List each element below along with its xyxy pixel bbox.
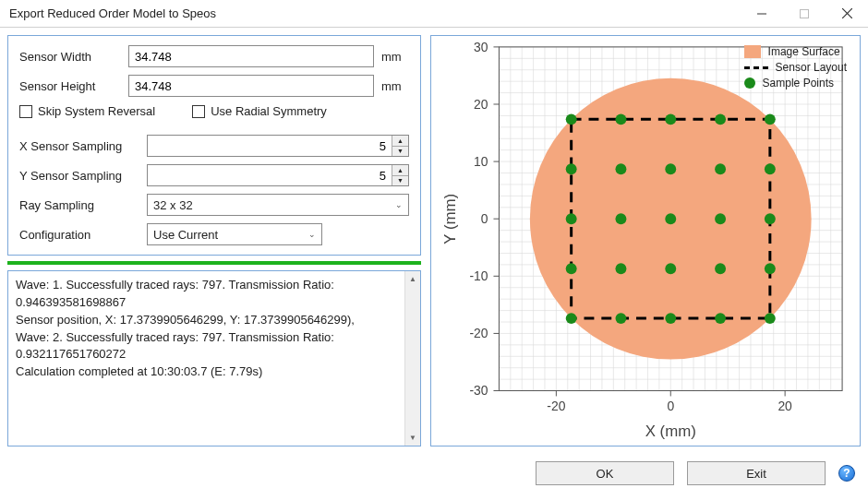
legend-swatch-sensor-layout [744, 66, 768, 69]
y-sampling-spinner[interactable]: ▲ ▼ [147, 164, 409, 186]
chart-panel: -20020-30-20-100102030X (mm)Y (mm) Image… [430, 35, 861, 446]
svg-point-85 [715, 263, 726, 274]
svg-point-81 [665, 213, 676, 224]
log-panel: Wave: 1. Successfully traced rays: 797. … [7, 270, 421, 446]
svg-point-84 [715, 313, 726, 324]
minimize-button[interactable] [741, 0, 783, 28]
form-panel: Sensor Width mm Sensor Height mm Skip Sy… [7, 35, 421, 256]
use-radial-symmetry-checkbox[interactable]: Use Radial Symmetry [192, 104, 327, 118]
svg-point-83 [665, 113, 676, 125]
log-scrollbar[interactable]: ▲ ▼ [404, 271, 420, 446]
close-button[interactable] [826, 0, 868, 28]
use-radial-symmetry-label: Use Radial Symmetry [211, 104, 327, 118]
scroll-up-icon[interactable]: ▲ [405, 271, 420, 287]
ok-button-label: OK [597, 467, 614, 481]
svg-point-77 [615, 163, 626, 174]
skip-reversal-checkbox[interactable]: Skip System Reversal [19, 104, 155, 118]
scroll-down-icon[interactable]: ▼ [405, 430, 420, 446]
ray-sampling-value: 32 x 32 [153, 198, 395, 212]
y-sampling-label: Y Sensor Sampling [19, 169, 139, 183]
svg-point-92 [765, 163, 776, 174]
svg-point-71 [566, 213, 577, 224]
spinner-down-icon[interactable]: ▼ [392, 147, 408, 157]
sensor-height-unit: mm [381, 79, 409, 93]
legend-image-surface: Image Surface [744, 45, 847, 58]
maximize-button [783, 0, 826, 28]
x-sampling-spinner[interactable]: ▲ ▼ [147, 135, 409, 157]
chevron-down-icon: ⌄ [395, 200, 403, 209]
bottom-bar: OK Exit ? [0, 454, 868, 493]
svg-point-89 [765, 313, 776, 324]
chevron-down-icon: ⌄ [308, 230, 316, 239]
svg-point-79 [665, 313, 676, 324]
exit-button[interactable]: Exit [687, 461, 826, 485]
y-sampling-input[interactable] [148, 165, 392, 185]
configuration-label: Configuration [19, 228, 139, 242]
left-column: Sensor Width mm Sensor Height mm Skip Sy… [7, 35, 421, 446]
help-icon[interactable]: ? [838, 465, 855, 482]
spinner-up-icon[interactable]: ▲ [392, 165, 408, 176]
legend-label-sensor-layout: Sensor Layout [776, 61, 847, 74]
svg-point-80 [665, 263, 676, 274]
titlebar: Export Reduced Order Model to Speos [0, 0, 868, 28]
svg-point-70 [566, 263, 577, 274]
window-title: Export Reduced Order Model to Speos [9, 6, 741, 20]
legend-label-image-surface: Image Surface [768, 45, 840, 58]
legend-swatch-image-surface [744, 45, 761, 58]
svg-text:-20: -20 [547, 399, 565, 413]
svg-text:-10: -10 [470, 268, 488, 283]
svg-text:Y (mm): Y (mm) [441, 194, 459, 244]
spinner-up-icon[interactable]: ▲ [392, 136, 408, 147]
legend-sample-points: Sample Points [744, 77, 847, 89]
legend-sensor-layout: Sensor Layout [744, 61, 847, 74]
svg-rect-1 [801, 9, 809, 18]
svg-point-82 [665, 163, 676, 174]
configuration-value: Use Current [153, 228, 308, 242]
sensor-width-label: Sensor Width [19, 50, 121, 64]
svg-point-76 [615, 213, 626, 224]
svg-text:X (mm): X (mm) [645, 423, 696, 440]
progress-bar [7, 261, 421, 265]
ray-sampling-label: Ray Sampling [19, 198, 139, 212]
sensor-width-unit: mm [381, 50, 409, 64]
svg-point-74 [615, 313, 626, 324]
exit-button-label: Exit [746, 467, 766, 481]
svg-text:0: 0 [667, 399, 674, 413]
sensor-height-input[interactable] [128, 75, 374, 97]
svg-point-75 [615, 263, 626, 274]
svg-point-86 [715, 213, 726, 224]
ok-button[interactable]: OK [536, 461, 674, 485]
svg-point-90 [765, 263, 776, 274]
svg-text:20: 20 [778, 399, 792, 413]
scroll-track[interactable] [405, 287, 420, 430]
svg-point-73 [566, 113, 577, 125]
checkbox-icon [192, 105, 205, 118]
svg-point-88 [715, 113, 726, 125]
svg-point-93 [765, 113, 776, 125]
skip-reversal-label: Skip System Reversal [38, 104, 155, 118]
svg-point-72 [566, 163, 577, 174]
svg-point-78 [615, 113, 626, 125]
log-text: Wave: 1. Successfully traced rays: 797. … [8, 271, 404, 446]
svg-text:30: 30 [474, 40, 488, 54]
svg-point-91 [765, 213, 776, 224]
legend-label-sample-points: Sample Points [763, 77, 834, 89]
ray-sampling-dropdown[interactable]: 32 x 32 ⌄ [147, 194, 409, 216]
legend-swatch-sample-points [744, 77, 755, 89]
client-area: Sensor Width mm Sensor Height mm Skip Sy… [0, 28, 868, 454]
configuration-dropdown[interactable]: Use Current ⌄ [147, 223, 322, 245]
svg-text:20: 20 [474, 97, 488, 112]
x-sampling-input[interactable] [148, 136, 392, 156]
spinner-down-icon[interactable]: ▼ [392, 176, 408, 186]
chart-legend: Image Surface Sensor Layout Sample Point… [744, 45, 847, 92]
sensor-height-label: Sensor Height [19, 79, 121, 93]
checkbox-icon [19, 105, 32, 118]
svg-text:0: 0 [481, 211, 488, 226]
svg-text:-20: -20 [470, 326, 488, 340]
svg-text:-30: -30 [470, 383, 488, 398]
sensor-width-input[interactable] [128, 45, 374, 67]
svg-text:10: 10 [474, 154, 488, 169]
svg-point-87 [715, 163, 726, 174]
chart-svg: -20020-30-20-100102030X (mm)Y (mm) [431, 36, 860, 446]
svg-point-69 [566, 313, 577, 324]
